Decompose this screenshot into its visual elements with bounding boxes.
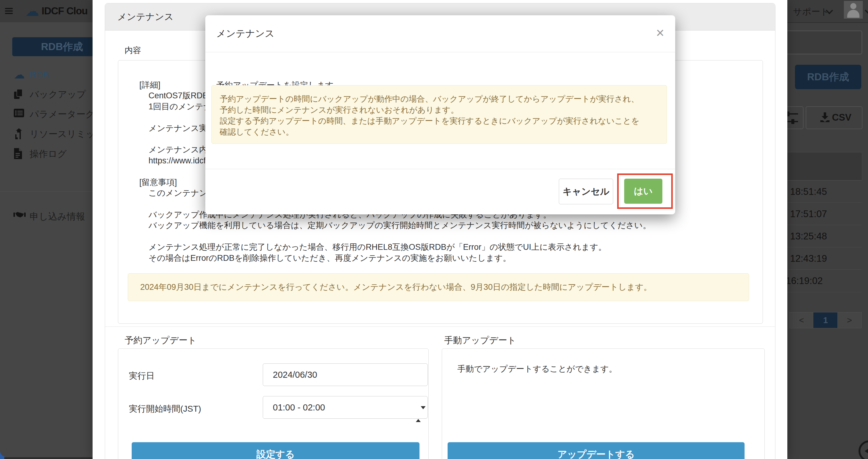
manual-update-heading: 手動アップデート [444,334,516,347]
cloud-icon: ☁ [13,69,25,80]
screen: ☁ IDCF Clou サポート RDB作成 ☁ RDB バックアップ パラメー… [0,0,868,459]
table-row: 18:51:45 [777,180,862,203]
table-row: 17:51:07 [777,202,862,225]
pagination-next[interactable]: > [837,312,862,328]
person-icon [850,3,857,9]
support-menu[interactable]: サポート [793,6,829,18]
download-icon [820,112,830,122]
table-header [777,152,862,181]
list-icon [13,108,25,120]
sidebar-item-application-info[interactable]: 申し込み情報 [0,207,93,226]
exec-date-label: 実行日 [129,370,155,382]
exec-date-input[interactable] [263,363,428,386]
sidebar-item-label: RDB [30,70,49,80]
sidebar-item-resource-limit[interactable]: リソースリミット [0,124,93,144]
sidebar-item-label: 申し込み情報 [30,210,85,223]
sidebar-item-parameter-group[interactable]: パラメーターグル [0,104,93,124]
schedule-submit-button[interactable]: 設定する [132,442,420,459]
scheduled-update-heading: 予約アップデート [125,334,196,347]
modal-header: メンテナンス × [205,15,675,52]
table-row: 13:25:48 [777,225,862,248]
table-row: 16:19:02 [777,269,862,292]
exec-time-label: 実行開始時間(JST) [129,403,201,415]
csv-label: CSV [832,112,851,123]
manual-update-button[interactable]: アップデートする [447,442,745,459]
deadline-notice: 2024年09月30日までにメンテナンスを行ってください。メンテナンスを行わない… [128,273,749,301]
chevron-down-icon [865,7,868,14]
page-title: メンテナンス [117,3,174,30]
arrow-left-icon [865,448,868,455]
maintenance-confirm-modal: メンテナンス × 予約アップデートを設定します。 予約アップデートの時間にバック… [205,15,675,215]
copy-icon [13,89,25,100]
exec-time-select[interactable]: 01:00 - 02:00 [263,396,428,419]
spinner-arrows-icon [416,403,420,425]
upload-arrow-icon [13,128,25,140]
table-row: 12:43:19 [777,247,862,270]
sidebar-item-backup[interactable]: バックアップ [0,85,93,104]
close-icon[interactable]: × [656,15,664,50]
modal-title: メンテナンス [216,15,274,52]
file-icon [13,148,25,160]
sidebar-item-rdb[interactable]: ☁ RDB [0,65,93,85]
modal-footer-divider [205,169,675,169]
handshake-icon [13,211,25,222]
sidebar-item-label: バックアップ [30,88,86,101]
manual-update-box: 手動でアップデートすることができます。 アップデートする [442,349,765,459]
sidebar-item-operation-log[interactable]: 操作ログ [0,144,93,164]
pagination-prev[interactable]: < [789,312,814,328]
scroll-helper-button[interactable] [859,440,868,459]
avatar[interactable] [844,1,863,19]
modal-warning-box: 予約アップデートの時間にバックアップが動作中の場合、バックアップが終了してからア… [211,85,667,144]
scheduled-update-box: 実行日 実行開始時間(JST) 01:00 - 02:00 設定する [118,349,429,459]
section-divider [105,326,775,327]
logo-text[interactable]: IDCF Clou [41,5,87,17]
annotation-highlight-box [617,173,673,209]
cancel-button[interactable]: キャンセル [559,179,613,204]
sidebar-item-label: 操作ログ [30,148,67,160]
sidebar-divider [0,192,93,192]
search-input[interactable] [776,31,862,54]
rdb-create-button[interactable]: RDB作成 [795,65,861,89]
sidebar: RDB作成 ☁ RDB バックアップ パラメーターグル リソースリミット [0,22,93,457]
pagination-page-1[interactable]: 1 [813,312,838,328]
content-section-label: 内容 [125,45,141,56]
window-bottom-edge [4,457,93,459]
manual-update-description: 手動でアップデートすることができます。 [457,363,617,374]
idcf-cloud-logo-icon: ☁ [25,2,39,20]
csv-download-button[interactable]: CSV [806,106,863,129]
